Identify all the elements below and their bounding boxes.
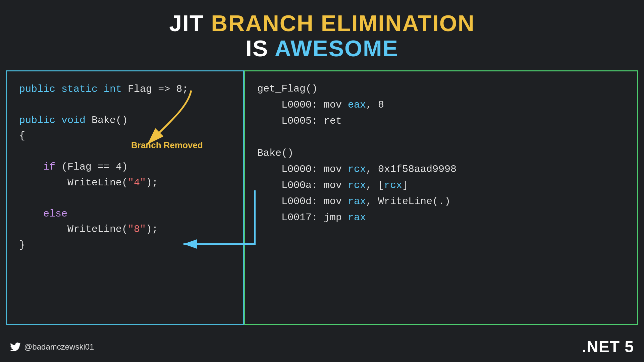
title-jit: JIT [169, 10, 211, 36]
keyword-else: else [43, 208, 67, 220]
asm-reg-rcx-3: rcx [384, 180, 402, 191]
net5-label: .NET 5 [582, 338, 634, 356]
keyword-if: if [43, 161, 55, 173]
asm-get-flag-l0005: L0005: ret [257, 113, 625, 129]
footer: @badamczewski01 .NET 5 [0, 338, 644, 356]
code-line-1: public static int Flag => 8; [19, 81, 231, 97]
string-8: "8" [128, 224, 146, 235]
code-line-close: } [19, 237, 231, 253]
keyword-public-2: public [19, 115, 55, 126]
code-line-else: else [19, 206, 231, 222]
title-awesome: AWESOME [275, 36, 398, 61]
asm-bake-l000d: L000d: mov rax, WriteLine(.) [257, 193, 625, 209]
asm-reg-rax-1: rax [348, 196, 366, 207]
asm-blank-1 [257, 129, 625, 145]
branch-removed-annotation: Branch Removed [131, 138, 203, 152]
asm-bake-l000a: L000a: mov rcx, [rcx] [257, 177, 625, 193]
string-4: "4" [128, 177, 146, 188]
title-area: JIT BRANCH ELIMINATION IS AWESOME [0, 0, 644, 70]
code-line-blank-1 [19, 97, 231, 113]
asm-reg-rcx-1: rcx [348, 164, 366, 175]
content-area: public static int Flag => 8; public void… [0, 70, 644, 325]
asm-reg-rcx-2: rcx [348, 180, 366, 191]
asm-get-flag-l0000: L0000: mov eax, 8 [257, 97, 625, 113]
code-line-if: if (Flag == 4) [19, 159, 231, 175]
asm-reg-eax: eax [348, 99, 366, 111]
keyword-public-1: public [19, 83, 55, 95]
keyword-int: int [104, 83, 122, 95]
title-line1: JIT BRANCH ELIMINATION [0, 11, 644, 36]
twitter-icon [10, 342, 21, 352]
code-line-writeline4: WriteLine("4"); [19, 175, 231, 191]
twitter-handle: @badamczewski01 [10, 342, 94, 352]
title-is: IS [246, 36, 275, 61]
keyword-void: void [61, 115, 86, 126]
code-line-writeline8: WriteLine("8"); [19, 222, 231, 237]
title-line2: IS AWESOME [0, 36, 644, 61]
code-line-blank-3 [19, 190, 231, 206]
asm-reg-rax-2: rax [348, 212, 366, 223]
title-branch: BRANCH ELIMINATION [211, 10, 475, 36]
right-panel: get_Flag() L0000: mov eax, 8 L0005: ret … [244, 70, 638, 325]
asm-bake-l0017: L0017: jmp rax [257, 209, 625, 226]
asm-bake-header: Bake() [257, 145, 625, 161]
left-panel: public static int Flag => 8; public void… [6, 70, 244, 325]
asm-bake-l0000: L0000: mov rcx, 0x1f58aad9998 [257, 161, 625, 177]
twitter-text: @badamczewski01 [24, 342, 94, 352]
asm-get-flag-header: get_Flag() [257, 81, 625, 97]
code-line-3: public void Bake() [19, 113, 231, 128]
keyword-static: static [61, 83, 98, 95]
